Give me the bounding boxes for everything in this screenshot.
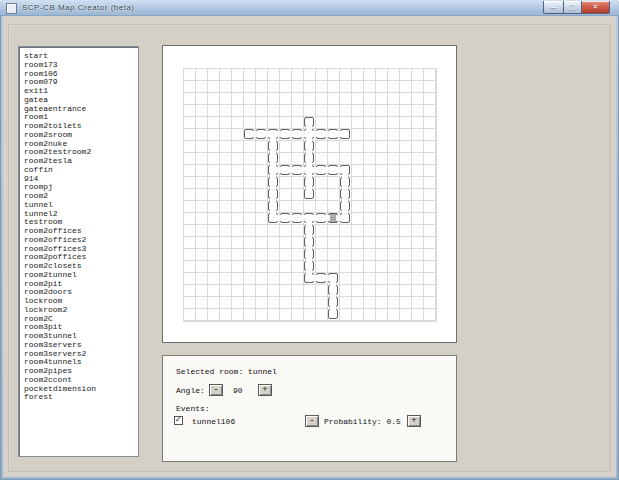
minimize-icon: —	[544, 1, 563, 12]
probability-increase-button[interactable]: +	[407, 415, 421, 427]
room-list[interactable]: startroom173room106room079exit1gateagate…	[18, 46, 139, 457]
door-gap	[336, 215, 342, 221]
door-gap	[342, 173, 348, 179]
door-gap	[270, 173, 276, 179]
door-gap	[306, 149, 312, 155]
event-name: tunnel106	[192, 417, 235, 426]
door-gap	[336, 131, 342, 137]
door-gap	[270, 197, 276, 203]
angle-value: 90	[233, 386, 243, 395]
door-gap	[306, 257, 312, 263]
door-gap	[270, 137, 276, 143]
door-gap	[312, 215, 318, 221]
event-checkbox[interactable]: ✓	[174, 416, 183, 425]
probability-decrease-button[interactable]: -	[305, 415, 319, 427]
door-gap	[276, 215, 282, 221]
door-gap	[306, 233, 312, 239]
door-gap	[288, 167, 294, 173]
window-controls: — ▢ ✕	[543, 1, 610, 13]
titlebar[interactable]: SCP-CB Map Creator (beta) — ▢ ✕	[0, 0, 619, 16]
door-gap	[342, 185, 348, 191]
client-area: startroom173room106room079exit1gateagate…	[3, 16, 616, 477]
angle-increase-button[interactable]: +	[258, 384, 272, 396]
door-gap	[312, 131, 318, 137]
inspector-panel: Selected room: tunnel Angle: - 90 + Even…	[162, 355, 457, 462]
door-gap	[324, 131, 330, 137]
door-gap	[306, 137, 312, 143]
app-window: SCP-CB Map Creator (beta) — ▢ ✕ startroo…	[0, 0, 619, 480]
door-gap	[270, 185, 276, 191]
door-gap	[276, 131, 282, 137]
door-gap	[342, 197, 348, 203]
maximize-icon: ▢	[564, 1, 581, 12]
door-gap	[306, 185, 312, 191]
room-list-item[interactable]: forest	[24, 393, 138, 402]
window-title: SCP-CB Map Creator (beta)	[22, 3, 135, 12]
selected-room-line: Selected room: tunnel	[176, 367, 277, 376]
angle-label: Angle:	[176, 386, 205, 395]
checkmark-icon: ✓	[175, 415, 182, 424]
door-gap	[276, 167, 282, 173]
door-gap	[306, 245, 312, 251]
minimize-button[interactable]: —	[543, 1, 564, 14]
maximize-button[interactable]: ▢	[564, 1, 581, 14]
probability-value: 0.5	[386, 417, 400, 426]
door-gap	[330, 293, 336, 299]
close-button[interactable]: ✕	[581, 1, 610, 14]
selected-room-label: Selected room:	[176, 367, 243, 376]
probability-label: Probability:	[324, 417, 382, 426]
door-gap	[324, 215, 330, 221]
map-canvas[interactable]	[162, 45, 457, 343]
probability-line: Probability: 0.5	[324, 417, 401, 426]
map-grid[interactable]	[183, 68, 437, 322]
angle-decrease-button[interactable]: -	[209, 384, 223, 396]
door-gap	[252, 131, 258, 137]
door-gap	[330, 305, 336, 311]
door-gap	[288, 215, 294, 221]
selected-room-value: tunnel	[248, 367, 277, 376]
door-gap	[330, 281, 336, 287]
door-gap	[342, 209, 348, 215]
door-gap	[324, 167, 330, 173]
door-gap	[312, 275, 318, 281]
room-list-item[interactable]: coffin	[24, 166, 138, 175]
door-gap	[306, 221, 312, 227]
door-gap	[288, 131, 294, 137]
door-gap	[312, 167, 318, 173]
events-label: Events:	[176, 404, 210, 413]
app-icon	[6, 3, 17, 14]
door-gap	[306, 173, 312, 179]
door-gap	[270, 149, 276, 155]
close-icon: ✕	[582, 1, 609, 12]
